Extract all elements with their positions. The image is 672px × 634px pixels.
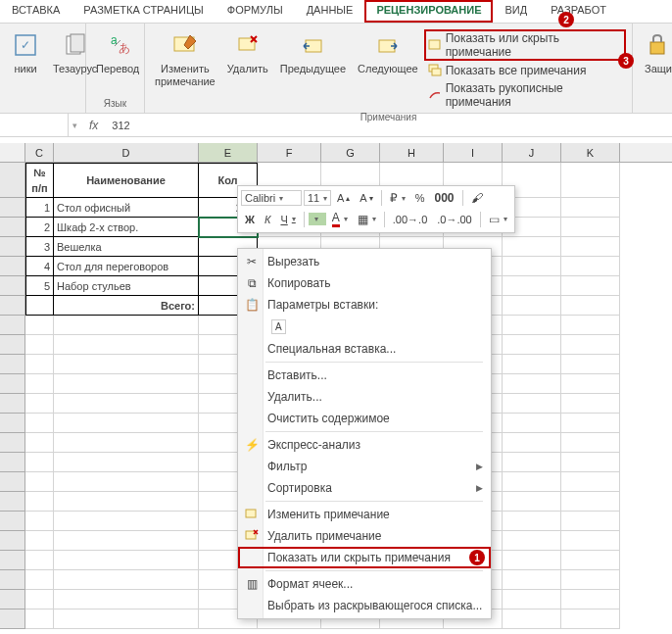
col-header[interactable]: J — [503, 143, 561, 162]
mini-dec-decimal[interactable]: .00→.0 — [389, 212, 431, 227]
col-header[interactable]: F — [258, 143, 321, 162]
row-header[interactable] — [0, 257, 25, 276]
menu-delete-comment[interactable]: Удалить примечание — [238, 525, 491, 547]
cell[interactable] — [25, 453, 54, 472]
tab-formulas[interactable]: ФОРМУЛЫ — [216, 0, 295, 23]
cell[interactable] — [25, 492, 54, 512]
menu-delete[interactable]: Удалить... — [238, 386, 491, 408]
row-header[interactable] — [0, 414, 25, 433]
cell[interactable] — [503, 394, 561, 414]
mini-format-painter[interactable]: 🖌 — [467, 189, 487, 207]
cell[interactable] — [25, 433, 54, 453]
row-header[interactable] — [0, 237, 25, 257]
menu-edit-comment[interactable]: Изменить примечание — [238, 504, 491, 525]
cell[interactable] — [54, 433, 199, 453]
cell[interactable] — [503, 551, 561, 570]
row-header[interactable] — [0, 512, 25, 531]
cell[interactable] — [561, 163, 620, 198]
ribbon-btn-edit-comment[interactable]: Изменить примечание — [151, 27, 219, 90]
col-header[interactable]: D — [54, 143, 199, 162]
menu-paste-special[interactable]: Специальная вставка... — [238, 338, 491, 360]
mini-merge[interactable]: ▭ — [485, 211, 511, 228]
ribbon-btn-protect[interactable]: Защи — [639, 27, 672, 77]
cell[interactable] — [503, 335, 561, 355]
cell[interactable] — [561, 492, 620, 512]
mini-underline[interactable]: Ч — [276, 212, 299, 227]
cell[interactable] — [25, 374, 54, 394]
cell[interactable] — [561, 198, 620, 218]
cell[interactable] — [561, 218, 620, 237]
cell[interactable] — [54, 335, 199, 355]
mini-size[interactable]: 11 — [304, 190, 331, 206]
menu-copy[interactable]: ⧉Копировать — [238, 272, 491, 294]
col-header[interactable]: K — [561, 143, 620, 162]
row-header[interactable] — [0, 433, 25, 453]
cell[interactable]: 5 — [25, 276, 54, 296]
ribbon-btn-prev-comment[interactable]: Предыдущее — [276, 27, 350, 77]
cell[interactable]: Вешелка — [54, 237, 199, 257]
menu-filter[interactable]: Фильтр▶ — [238, 456, 491, 477]
row-header[interactable] — [0, 374, 25, 394]
menu-paste-variant[interactable]: A — [238, 316, 491, 338]
cell[interactable] — [561, 610, 620, 629]
cell[interactable] — [25, 414, 54, 433]
cell[interactable] — [54, 551, 199, 570]
cell[interactable] — [503, 316, 561, 335]
tab-data[interactable]: ДАННЫЕ — [295, 0, 365, 23]
row-header[interactable] — [0, 472, 25, 492]
mini-font-color[interactable]: A — [328, 209, 352, 229]
tab-review[interactable]: РЕЦЕНЗИРОВАНИЕ — [364, 0, 493, 23]
menu-clear[interactable]: Очистить содержимое — [238, 408, 491, 429]
ribbon-btn-delete-comment[interactable]: Удалить — [223, 27, 272, 77]
cell[interactable] — [561, 237, 620, 257]
cell[interactable]: 4 — [25, 257, 54, 276]
mini-comma[interactable]: 000 — [430, 189, 457, 207]
menu-insert[interactable]: Вставить... — [238, 365, 491, 386]
cell[interactable] — [54, 492, 199, 512]
cell[interactable]: 3 — [25, 237, 54, 257]
cell[interactable] — [503, 590, 561, 610]
row-header[interactable] — [0, 198, 25, 218]
select-all-corner[interactable] — [0, 143, 25, 162]
row-header[interactable] — [0, 394, 25, 414]
row-header[interactable] — [0, 590, 25, 610]
cell[interactable] — [561, 355, 620, 374]
cell[interactable] — [25, 316, 54, 335]
cell[interactable] — [561, 374, 620, 394]
cell[interactable] — [503, 453, 561, 472]
mini-bold[interactable]: Ж — [241, 212, 259, 227]
cell[interactable] — [561, 433, 620, 453]
cell[interactable]: Наименование — [54, 163, 199, 198]
col-header[interactable]: I — [444, 143, 503, 162]
mini-inc-decimal[interactable]: .0→.00 — [433, 212, 475, 227]
cell[interactable] — [54, 472, 199, 492]
cell[interactable] — [561, 453, 620, 472]
cell[interactable] — [561, 570, 620, 590]
row-header[interactable] — [0, 551, 25, 570]
cell[interactable]: Всего: — [54, 296, 199, 316]
menu-format-cells[interactable]: ▥Формат ячеек... — [238, 573, 491, 595]
mini-accounting-format[interactable]: ₽ — [386, 189, 409, 207]
cell[interactable] — [25, 394, 54, 414]
name-box-dropdown-icon[interactable]: ▾ — [69, 121, 81, 130]
name-box[interactable] — [0, 114, 69, 136]
cell[interactable] — [25, 551, 54, 570]
menu-cut[interactable]: ✂Вырезать — [238, 251, 491, 272]
cell[interactable] — [561, 531, 620, 551]
mini-decrease-font[interactable]: A▾ — [356, 190, 376, 206]
tab-page-layout[interactable]: РАЗМЕТКА СТРАНИЦЫ — [72, 0, 215, 23]
cell[interactable] — [54, 610, 199, 629]
cell[interactable] — [54, 374, 199, 394]
mini-increase-font[interactable]: A▴ — [333, 190, 354, 206]
row-header[interactable] — [0, 296, 25, 316]
tab-view[interactable]: ВИД — [493, 0, 539, 23]
ribbon-btn-next-comment[interactable]: Следующее — [354, 27, 422, 77]
row-header[interactable] — [0, 570, 25, 590]
row-header[interactable] — [0, 276, 25, 296]
col-header[interactable]: H — [380, 143, 444, 162]
cell[interactable] — [25, 590, 54, 610]
cell[interactable] — [25, 335, 54, 355]
cell[interactable] — [561, 590, 620, 610]
row-header[interactable] — [0, 531, 25, 551]
row-header[interactable] — [0, 316, 25, 335]
